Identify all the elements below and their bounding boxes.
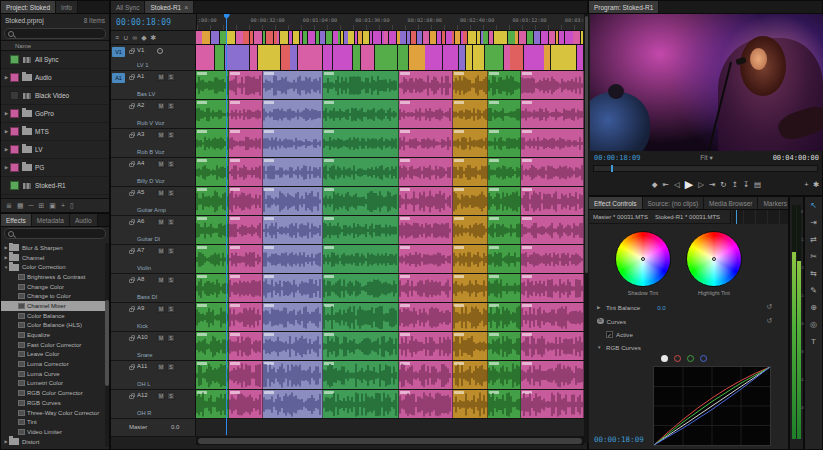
export-frame-icon[interactable]: ▤ bbox=[754, 180, 761, 189]
audio-clip[interactable] bbox=[229, 274, 263, 302]
timeline-timecode[interactable]: 00:00:18:09 bbox=[116, 18, 171, 27]
audio-clip[interactable] bbox=[399, 245, 453, 273]
audio-clip[interactable] bbox=[263, 100, 323, 128]
wheel-center-marker[interactable] bbox=[712, 257, 716, 261]
video-mini-clip[interactable] bbox=[320, 31, 325, 44]
audio-clip[interactable] bbox=[521, 274, 584, 302]
effect-controls-tab-effect-controls[interactable]: Effect Controls bbox=[589, 197, 643, 209]
scrollbar-thumb[interactable] bbox=[105, 300, 109, 386]
video-mini-clip[interactable] bbox=[300, 31, 303, 44]
audio-clip[interactable] bbox=[263, 303, 323, 331]
video-mini-clip[interactable] bbox=[316, 31, 319, 44]
twirl-icon[interactable]: ▼ bbox=[597, 345, 603, 350]
effect-item-luma-curve[interactable]: Luma Curve bbox=[1, 369, 105, 379]
video-clip[interactable] bbox=[459, 45, 465, 70]
sync-lock-icon[interactable] bbox=[129, 250, 134, 254]
audio-clip[interactable] bbox=[488, 71, 521, 99]
audio-clip[interactable] bbox=[488, 187, 521, 215]
video-mini-clip[interactable] bbox=[446, 31, 452, 44]
audio-clip[interactable] bbox=[323, 100, 399, 128]
video-mini-clip[interactable] bbox=[236, 31, 243, 44]
video-mini-clip[interactable] bbox=[341, 31, 343, 44]
ripple-edit-tool[interactable]: ⇄ bbox=[805, 231, 822, 248]
master-channel-dot[interactable] bbox=[661, 355, 668, 362]
video-clip[interactable] bbox=[510, 45, 523, 70]
video-mini-clip[interactable] bbox=[565, 31, 573, 44]
video-mini-clip[interactable] bbox=[461, 31, 463, 44]
shadow-tint-wheel[interactable] bbox=[615, 231, 671, 287]
timeline-minimap-strip[interactable] bbox=[196, 31, 584, 45]
twirl-icon[interactable]: ▶ bbox=[597, 305, 603, 310]
audio-clip[interactable] bbox=[399, 158, 453, 186]
project-item-pg[interactable]: ▶PG bbox=[1, 159, 109, 177]
audio-clip[interactable] bbox=[521, 71, 584, 99]
audio-clip[interactable] bbox=[196, 361, 229, 389]
audio-clip[interactable] bbox=[196, 187, 229, 215]
audio-clip[interactable] bbox=[453, 361, 488, 389]
sequence-menu-icon[interactable]: ≡ bbox=[115, 34, 119, 41]
video-clip[interactable] bbox=[290, 45, 297, 70]
video-mini-clip[interactable] bbox=[243, 31, 249, 44]
mute-button[interactable]: M bbox=[157, 189, 165, 197]
video-clip[interactable] bbox=[409, 45, 425, 70]
solo-button[interactable]: S bbox=[167, 218, 175, 226]
effect-controls-tab-markers[interactable]: Markers bbox=[758, 197, 788, 209]
solo-button[interactable]: S bbox=[167, 247, 175, 255]
mute-button[interactable]: M bbox=[157, 102, 165, 110]
video-mini-clip[interactable] bbox=[452, 31, 454, 44]
project-search-field[interactable] bbox=[4, 28, 106, 39]
video-mini-clip[interactable] bbox=[289, 31, 292, 44]
effect-item-leave-color[interactable]: Leave Color bbox=[1, 350, 105, 360]
solo-button[interactable]: S bbox=[167, 189, 175, 197]
effect-item-channel-mixer[interactable]: Channel Mixer bbox=[1, 301, 105, 311]
close-icon[interactable]: × bbox=[184, 4, 188, 11]
audio-clip[interactable] bbox=[453, 71, 488, 99]
audio-clip[interactable] bbox=[488, 274, 521, 302]
video-mini-clip[interactable] bbox=[400, 31, 406, 44]
audio-clip[interactable] bbox=[488, 303, 521, 331]
video-mini-clip[interactable] bbox=[534, 31, 540, 44]
hand-tool[interactable]: ⊕ bbox=[805, 299, 822, 316]
effects-tab-effects[interactable]: Effects bbox=[1, 214, 32, 226]
audio-clip[interactable] bbox=[453, 274, 488, 302]
audio-clip[interactable] bbox=[453, 158, 488, 186]
solo-button[interactable]: S bbox=[167, 102, 175, 110]
audio-clip[interactable] bbox=[488, 361, 521, 389]
audio-clip[interactable] bbox=[488, 245, 521, 273]
mute-button[interactable]: M bbox=[157, 276, 165, 284]
video-clip[interactable] bbox=[298, 45, 322, 70]
twirl-icon[interactable]: ▶ bbox=[3, 75, 10, 80]
sync-lock-icon[interactable] bbox=[129, 163, 134, 167]
video-mini-clip[interactable] bbox=[263, 31, 266, 44]
linked-selection-icon[interactable]: ∞ bbox=[132, 34, 137, 41]
effect-item-luma-corrector[interactable]: Luma Corrector bbox=[1, 359, 105, 369]
mute-button[interactable]: M bbox=[157, 218, 165, 226]
program-scrubber[interactable] bbox=[593, 165, 818, 172]
audio-clip[interactable] bbox=[196, 216, 229, 244]
effect-controls-tab-source-no-clips[interactable]: Source: (no clips) bbox=[643, 197, 705, 209]
program-timecode[interactable]: 00:00:18:09 bbox=[594, 154, 640, 162]
video-mini-clip[interactable] bbox=[348, 31, 354, 44]
active-checkbox[interactable]: ✓ bbox=[606, 331, 613, 338]
audio-clip[interactable] bbox=[196, 245, 229, 273]
lift-icon[interactable]: ↥ bbox=[732, 180, 738, 189]
audio-clip[interactable] bbox=[453, 245, 488, 273]
effect-item-change-color[interactable]: Change Color bbox=[1, 282, 105, 292]
slip-tool[interactable]: ⇆ bbox=[805, 265, 822, 282]
track-select-forward-tool[interactable]: ⇥ bbox=[805, 214, 822, 231]
mute-button[interactable]: M bbox=[157, 363, 165, 371]
video-mini-clip[interactable] bbox=[489, 31, 494, 44]
audio-clip[interactable] bbox=[229, 71, 263, 99]
audio-clip[interactable] bbox=[521, 129, 584, 157]
audio-clip[interactable] bbox=[323, 216, 399, 244]
effects-search-field[interactable] bbox=[4, 228, 106, 239]
twirl-icon[interactable]: ▶ bbox=[3, 111, 10, 116]
video-clip[interactable] bbox=[504, 45, 510, 70]
audio-clip[interactable] bbox=[323, 332, 399, 360]
step-back-icon[interactable]: ◁ bbox=[674, 180, 680, 189]
effect-item-fast-color-corrector[interactable]: Fast Color Corrector bbox=[1, 340, 105, 350]
effects-folder-channel[interactable]: ▶Channel bbox=[1, 253, 105, 263]
video-mini-clip[interactable] bbox=[303, 31, 307, 44]
audio-clip[interactable] bbox=[453, 216, 488, 244]
effects-scrollbar[interactable] bbox=[105, 243, 109, 447]
